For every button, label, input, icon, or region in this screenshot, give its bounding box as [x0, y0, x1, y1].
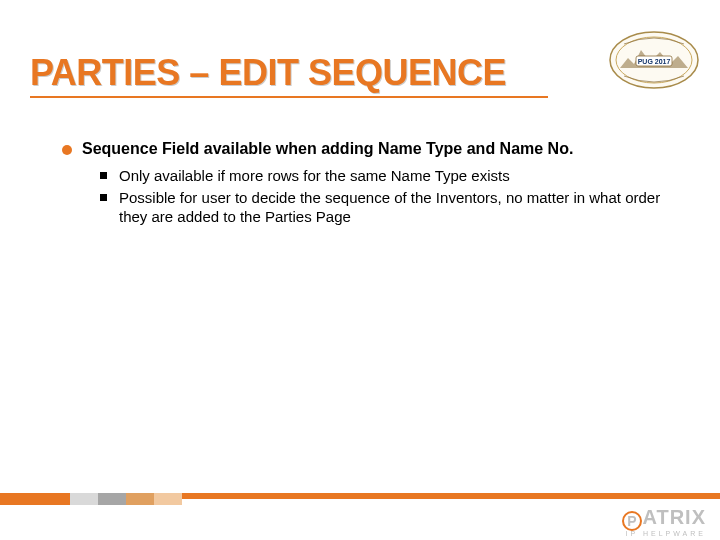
page-title: PARTIES – EDIT SEQUENCE — [30, 52, 548, 98]
pug-badge-logo: PUG 2017 — [606, 28, 702, 92]
footer-seg — [126, 493, 154, 505]
patrix-tagline: IP HELPWARE — [622, 530, 706, 537]
footer-seg — [98, 493, 126, 505]
badge-label: PUG 2017 — [638, 58, 671, 65]
sub-bullet-list: Only available if more rows for the same… — [100, 166, 680, 229]
sub-bullet-text: Possible for user to decide the sequence… — [119, 188, 680, 227]
footer-seg — [154, 493, 182, 505]
patrix-rest: ATRIX — [642, 506, 706, 528]
patrix-wordmark: PATRIX — [622, 507, 706, 531]
footer-seg — [70, 493, 98, 505]
patrix-p-icon: P — [622, 511, 642, 531]
bullet-disc-icon — [62, 145, 72, 155]
footer-color-bar — [0, 493, 182, 505]
list-item: Only available if more rows for the same… — [100, 166, 680, 186]
bullet-square-icon — [100, 172, 107, 179]
bullet-square-icon — [100, 194, 107, 201]
main-bullet-text: Sequence Field available when adding Nam… — [82, 140, 573, 158]
main-bullet-row: Sequence Field available when adding Nam… — [62, 140, 690, 158]
patrix-logo: PATRIX IP HELPWARE — [622, 507, 706, 537]
sub-bullet-text: Only available if more rows for the same… — [119, 166, 510, 186]
footer-seg — [0, 493, 70, 505]
list-item: Possible for user to decide the sequence… — [100, 188, 680, 227]
